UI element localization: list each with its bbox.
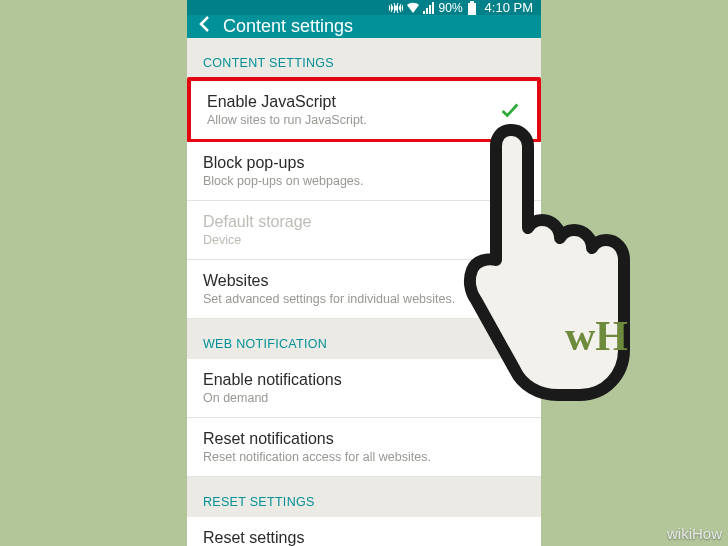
item-title: Reset notifications	[203, 430, 525, 448]
item-reset-notifications[interactable]: Reset notifications Reset notification a…	[187, 418, 541, 477]
battery-pct: 90%	[439, 1, 463, 15]
item-subtitle: Set advanced settings for individual web…	[203, 292, 525, 306]
item-subtitle: Device	[203, 233, 525, 247]
item-subtitle: On demand	[203, 391, 525, 405]
pointer-logo-text: wH	[565, 313, 628, 359]
clock: 4:10 PM	[485, 0, 533, 15]
watermark: wikiHow	[667, 525, 722, 542]
section-header-reset: RESET SETTINGS	[187, 477, 541, 517]
signal-icon	[423, 2, 435, 14]
item-title: Default storage	[203, 213, 525, 231]
item-title: Reset settings	[203, 529, 525, 546]
svg-rect-1	[470, 1, 474, 3]
status-bar: 90% 4:10 PM	[187, 0, 541, 15]
item-subtitle: Allow sites to run JavaScript.	[207, 113, 499, 127]
item-subtitle: Block pop-ups on webpages.	[203, 174, 503, 188]
section-header-webnotif: WEB NOTIFICATION	[187, 319, 541, 359]
battery-icon	[467, 1, 477, 15]
item-title: Websites	[203, 272, 525, 290]
item-block-popups[interactable]: Block pop-ups Block pop-ups on webpages.	[187, 142, 541, 201]
item-default-storage: Default storage Device	[187, 201, 541, 260]
checkmark-icon[interactable]	[499, 99, 521, 121]
item-enable-notifications[interactable]: Enable notifications On demand	[187, 359, 541, 418]
item-websites[interactable]: Websites Set advanced settings for indiv…	[187, 260, 541, 319]
app-header: Content settings	[187, 15, 541, 38]
item-subtitle: Reset notification access for all websit…	[203, 450, 525, 464]
item-reset-settings[interactable]: Reset settings	[187, 517, 541, 546]
section-header-content: CONTENT SETTINGS	[187, 38, 541, 78]
item-title: Block pop-ups	[203, 154, 503, 172]
back-icon[interactable]	[197, 15, 211, 38]
item-title: Enable JavaScript	[207, 93, 499, 111]
svg-rect-0	[468, 3, 476, 15]
status-icons	[389, 2, 435, 14]
header-title: Content settings	[223, 16, 353, 37]
item-title: Enable notifications	[203, 371, 525, 389]
item-enable-javascript[interactable]: Enable JavaScript Allow sites to run Jav…	[187, 77, 541, 143]
phone-frame: 90% 4:10 PM Content settings CONTENT SET…	[187, 0, 541, 546]
checkmark-icon[interactable]	[503, 160, 525, 182]
wifi-icon	[406, 2, 420, 14]
vibrate-icon	[389, 2, 403, 14]
